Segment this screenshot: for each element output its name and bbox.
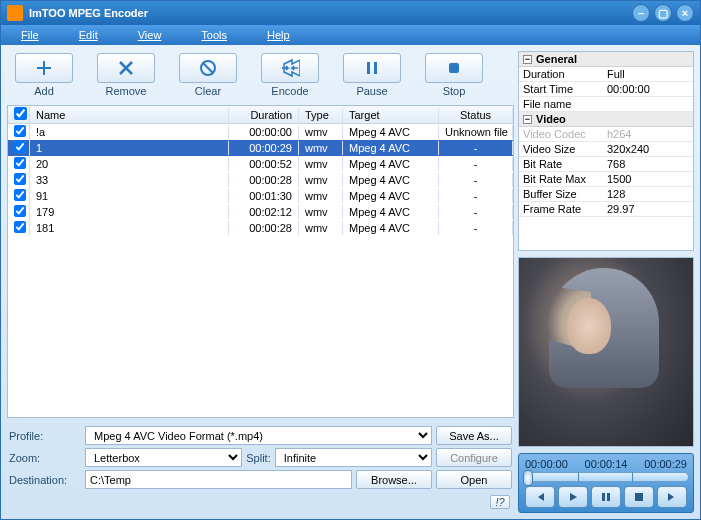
play-button[interactable] xyxy=(558,486,588,508)
encode-label: Encode xyxy=(271,85,308,97)
time-mid: 00:00:14 xyxy=(585,458,628,470)
menu-tools[interactable]: Tools xyxy=(201,29,227,41)
cell-target: Mpeg 4 AVC xyxy=(343,157,439,171)
prop-row[interactable]: Buffer Size128 xyxy=(519,187,693,202)
cell-duration: 00:00:28 xyxy=(229,173,299,187)
menu-view[interactable]: View xyxy=(138,29,162,41)
zoom-label: Zoom: xyxy=(9,452,81,464)
prop-key: Video Size xyxy=(523,143,607,155)
row-checkbox[interactable] xyxy=(14,221,26,233)
prop-row[interactable]: DurationFull xyxy=(519,67,693,82)
help-button[interactable]: !? xyxy=(490,495,510,509)
prop-key: Start Time xyxy=(523,83,607,95)
col-target[interactable]: Target xyxy=(343,108,439,122)
cell-duration: 00:00:52 xyxy=(229,157,299,171)
cell-status: - xyxy=(439,173,513,187)
open-button[interactable]: Open xyxy=(436,470,512,489)
cell-status: - xyxy=(439,205,513,219)
svg-rect-1 xyxy=(367,62,370,74)
row-checkbox[interactable] xyxy=(14,141,26,153)
prop-row[interactable]: Video Codech264 xyxy=(519,127,693,142)
cell-status: - xyxy=(439,157,513,171)
row-checkbox[interactable] xyxy=(14,157,26,169)
save-as-button[interactable]: Save As... xyxy=(436,426,512,445)
player-controls: 00:00:00 00:00:14 00:00:29 xyxy=(518,453,694,513)
col-status[interactable]: Status xyxy=(439,108,513,122)
cell-type: wmv xyxy=(299,221,343,235)
maximize-button[interactable]: ▢ xyxy=(654,4,672,22)
stop-button[interactable] xyxy=(425,53,483,83)
split-label: Split: xyxy=(246,452,270,464)
titlebar[interactable]: ImTOO MPEG Encoder – ▢ × xyxy=(1,1,700,25)
next-button[interactable] xyxy=(657,486,687,508)
select-all-checkbox[interactable] xyxy=(14,107,27,120)
prop-row[interactable]: Video Size320x240 xyxy=(519,142,693,157)
svg-rect-5 xyxy=(607,493,610,501)
cell-name: 33 xyxy=(30,173,229,187)
prop-section[interactable]: −Video xyxy=(519,112,693,127)
prop-row[interactable]: Start Time00:00:00 xyxy=(519,82,693,97)
stop-label: Stop xyxy=(443,85,466,97)
table-row[interactable]: 18100:00:28wmvMpeg 4 AVC- xyxy=(8,220,513,236)
table-row[interactable]: 100:00:29wmvMpeg 4 AVC- xyxy=(8,140,513,156)
prev-button[interactable] xyxy=(525,486,555,508)
table-row[interactable]: !a00:00:00wmvMpeg 4 AVCUnknown file xyxy=(8,124,513,140)
cell-target: Mpeg 4 AVC xyxy=(343,173,439,187)
minimize-button[interactable]: – xyxy=(632,4,650,22)
profile-select[interactable]: Mpeg 4 AVC Video Format (*.mp4) xyxy=(85,426,432,445)
prop-key: Bit Rate Max xyxy=(523,173,607,185)
prop-key: File name xyxy=(523,98,607,110)
seek-thumb[interactable] xyxy=(523,470,533,486)
prop-row[interactable]: Frame Rate29.97 xyxy=(519,202,693,217)
col-type[interactable]: Type xyxy=(299,108,343,122)
prop-key: Frame Rate xyxy=(523,203,607,215)
collapse-icon[interactable]: − xyxy=(523,55,532,64)
encode-button[interactable] xyxy=(261,53,319,83)
split-select[interactable]: Infinite xyxy=(275,448,432,467)
cell-type: wmv xyxy=(299,141,343,155)
menu-edit[interactable]: Edit xyxy=(79,29,98,41)
clear-button[interactable] xyxy=(179,53,237,83)
remove-button[interactable] xyxy=(97,53,155,83)
svg-rect-4 xyxy=(602,493,605,501)
cell-target: Mpeg 4 AVC xyxy=(343,189,439,203)
seek-slider[interactable] xyxy=(523,472,689,482)
browse-button[interactable]: Browse... xyxy=(356,470,432,489)
zoom-select[interactable]: Letterbox xyxy=(85,448,242,467)
app-title: ImTOO MPEG Encoder xyxy=(29,7,148,19)
cell-name: !a xyxy=(30,125,229,139)
table-row[interactable]: 3300:00:28wmvMpeg 4 AVC- xyxy=(8,172,513,188)
cell-status: - xyxy=(439,189,513,203)
row-checkbox[interactable] xyxy=(14,173,26,185)
row-checkbox[interactable] xyxy=(14,125,26,137)
prop-row[interactable]: File name xyxy=(519,97,693,112)
collapse-icon[interactable]: − xyxy=(523,115,532,124)
table-row[interactable]: 17900:02:12wmvMpeg 4 AVC- xyxy=(8,204,513,220)
menu-help[interactable]: Help xyxy=(267,29,290,41)
prop-section[interactable]: −General xyxy=(519,52,693,67)
prop-row[interactable]: Bit Rate Max1500 xyxy=(519,172,693,187)
row-checkbox[interactable] xyxy=(14,205,26,217)
destination-input[interactable] xyxy=(85,470,352,489)
configure-button[interactable]: Configure xyxy=(436,448,512,467)
pause-button[interactable] xyxy=(343,53,401,83)
row-checkbox[interactable] xyxy=(14,189,26,201)
add-label: Add xyxy=(34,85,54,97)
menu-file[interactable]: File xyxy=(21,29,39,41)
table-row[interactable]: 2000:00:52wmvMpeg 4 AVC- xyxy=(8,156,513,172)
time-start: 00:00:00 xyxy=(525,458,568,470)
prop-key: Duration xyxy=(523,68,607,80)
cell-type: wmv xyxy=(299,157,343,171)
close-button[interactable]: × xyxy=(676,4,694,22)
properties-panel[interactable]: −GeneralDurationFullStart Time00:00:00Fi… xyxy=(518,51,694,251)
prop-row[interactable]: Bit Rate768 xyxy=(519,157,693,172)
col-name[interactable]: Name xyxy=(30,108,229,122)
player-pause-button[interactable] xyxy=(591,486,621,508)
cell-target: Mpeg 4 AVC xyxy=(343,205,439,219)
player-stop-button[interactable] xyxy=(624,486,654,508)
col-duration[interactable]: Duration xyxy=(229,108,299,122)
status-bar: !? xyxy=(7,495,514,513)
add-button[interactable] xyxy=(15,53,73,83)
table-row[interactable]: 9100:01:30wmvMpeg 4 AVC- xyxy=(8,188,513,204)
cell-duration: 00:01:30 xyxy=(229,189,299,203)
